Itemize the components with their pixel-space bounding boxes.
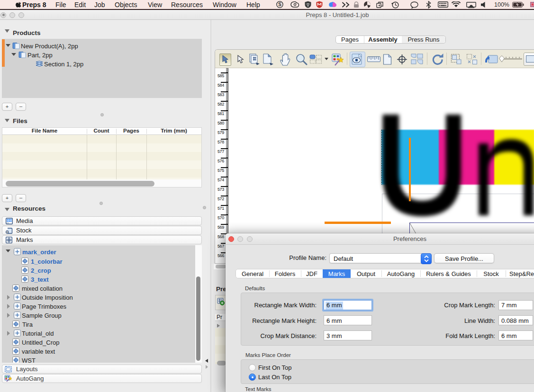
svg-text:S: S	[278, 2, 281, 7]
